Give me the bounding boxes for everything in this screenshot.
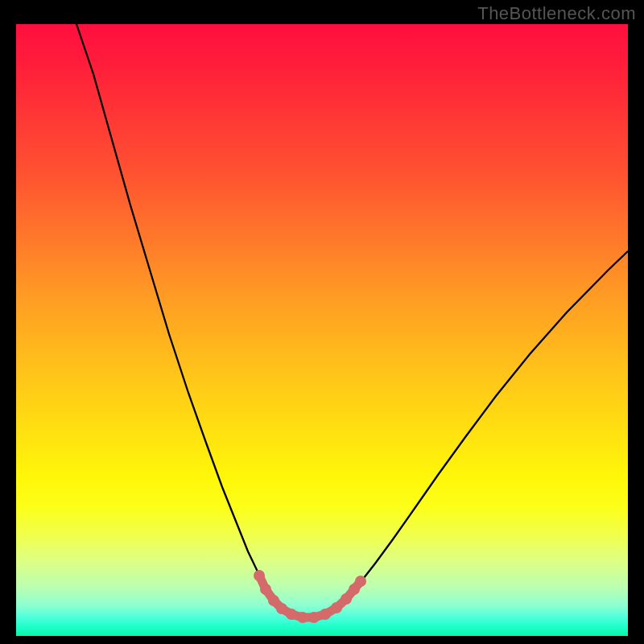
pink-dot [286, 609, 297, 620]
curve-layer [16, 24, 628, 636]
pink-dot [254, 570, 265, 581]
pink-dot [268, 595, 279, 606]
pink-dot [341, 593, 352, 605]
pink-dot [297, 612, 308, 623]
pink-dot [308, 612, 320, 623]
watermark-text: TheBottleneck.com [477, 3, 636, 24]
pink-dot [331, 602, 342, 613]
pink-dot [260, 584, 271, 595]
black-curve-path [76, 24, 628, 617]
pink-curve-dots [254, 570, 366, 623]
pink-dot [355, 576, 366, 587]
plot-area [16, 24, 628, 636]
pink-dot [320, 609, 331, 620]
chart-stage: TheBottleneck.com [0, 0, 644, 644]
pink-dot [276, 603, 287, 614]
